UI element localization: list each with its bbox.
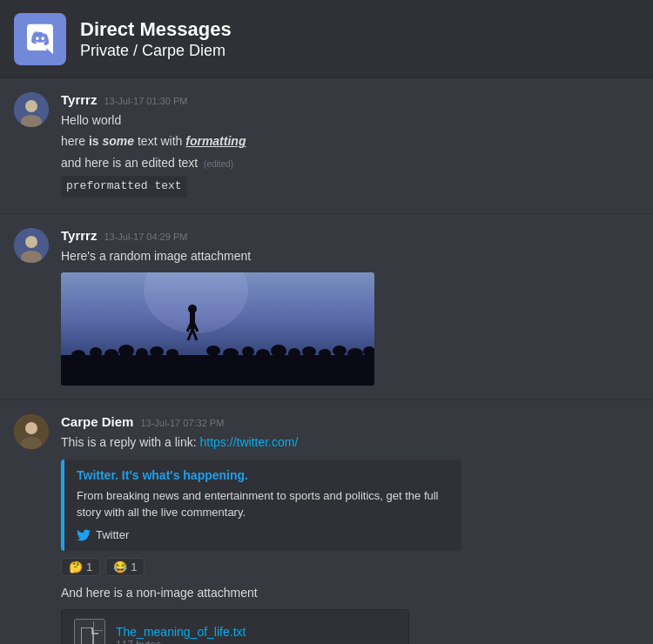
file-attachment: The_meaning_of_life.txt 117 bytes <box>61 609 409 644</box>
reaction-count-1: 1 <box>86 560 92 574</box>
avatar-image <box>14 92 49 127</box>
message-content-1: Tyrrrz 13-Jul-17 01:30 PM Hello world he… <box>61 92 639 199</box>
svg-point-17 <box>104 349 118 359</box>
message-group-1: Tyrrrz 13-Jul-17 01:30 PM Hello world he… <box>0 78 653 214</box>
svg-point-22 <box>206 345 220 356</box>
silhouette-image <box>61 272 374 386</box>
message-header-3: Carpe Diem 13-Jul-17 07:32 PM <box>61 414 639 429</box>
avatar-tyrrrz-1 <box>14 92 49 127</box>
line-reply-link: This is a reply with a link: https://twi… <box>61 433 639 452</box>
timestamp-1: 13-Jul-17 01:30 PM <box>104 96 187 106</box>
svg-rect-14 <box>61 355 374 386</box>
svg-point-21 <box>166 349 178 358</box>
message-header-2: Tyrrrz 13-Jul-17 04:29 PM <box>61 228 639 243</box>
username-2: Tyrrrz <box>61 228 97 243</box>
image-attachment <box>61 272 374 386</box>
header: Direct Messages Private / Carpe Diem <box>0 0 653 78</box>
svg-point-29 <box>319 349 331 358</box>
svg-point-28 <box>302 346 316 357</box>
svg-point-24 <box>242 346 254 357</box>
message-group-3: Carpe Diem 13-Jul-17 07:32 PM This is a … <box>0 400 653 644</box>
embed-title: Twitter. It's what's happening. <box>77 468 449 482</box>
reaction-count-2: 1 <box>131 560 137 574</box>
svg-point-23 <box>223 348 239 359</box>
underline-formatting: formatting <box>185 134 246 148</box>
message-header-1: Tyrrrz 13-Jul-17 01:30 PM <box>61 92 639 107</box>
italic-some: some <box>103 134 135 148</box>
svg-point-34 <box>25 422 37 434</box>
twitter-link[interactable]: https://twitter.com/ <box>200 435 299 449</box>
message-content-2: Tyrrrz 13-Jul-17 04:29 PM Here's a rando… <box>61 228 639 386</box>
svg-point-18 <box>118 345 134 357</box>
svg-point-25 <box>256 349 270 359</box>
svg-point-16 <box>90 347 102 358</box>
svg-point-26 <box>271 345 286 357</box>
twitter-footer-icon <box>77 528 91 542</box>
header-text-block: Direct Messages Private / Carpe Diem <box>80 17 232 61</box>
avatar-image-3 <box>14 414 49 449</box>
reactions-container: 🤔 1 😂 1 <box>61 558 639 576</box>
timestamp-2: 13-Jul-17 04:29 PM <box>104 231 187 242</box>
avatar-image-2 <box>14 228 49 263</box>
embed-description: From breaking news and entertainment to … <box>77 487 449 521</box>
avatar-carpe <box>14 414 49 449</box>
svg-point-31 <box>347 348 363 359</box>
message-group-2: Tyrrrz 13-Jul-17 04:29 PM Here's a rando… <box>0 214 653 400</box>
discord-icon <box>22 21 58 57</box>
message-text-1: Hello world here is some text with forma… <box>61 111 639 198</box>
embed-footer-text: Twitter <box>96 528 129 541</box>
message-text-2: Here's a random image attachment <box>61 246 639 265</box>
attachment-text: And here is a non-image attachment <box>61 583 639 602</box>
message-text-3: This is a reply with a link: https://twi… <box>61 433 639 452</box>
file-icon <box>74 619 105 644</box>
italic-formatting: formatting <box>185 134 246 148</box>
header-title: Direct Messages <box>80 17 232 43</box>
reaction-laugh[interactable]: 😂 1 <box>105 558 145 576</box>
embed-footer: Twitter <box>77 528 449 542</box>
svg-point-20 <box>150 346 164 357</box>
svg-point-27 <box>288 348 300 359</box>
line-image-desc: Here's a random image attachment <box>61 246 639 265</box>
file-icon-svg <box>81 627 98 644</box>
reaction-emoji-2: 😂 <box>113 560 127 574</box>
file-info: The_meaning_of_life.txt 117 bytes <box>116 625 246 644</box>
svg-point-9 <box>188 305 197 313</box>
line-edited: and here is an edited text (edited) <box>61 153 639 172</box>
reaction-thinking[interactable]: 🤔 1 <box>61 558 100 576</box>
edited-tag: (edited) <box>204 159 233 169</box>
preformatted-text: preformatted text <box>61 176 187 198</box>
svg-point-15 <box>71 350 85 360</box>
svg-point-1 <box>25 100 37 112</box>
link-embed: Twitter. It's what's happening. From bre… <box>61 460 461 551</box>
file-name[interactable]: The_meaning_of_life.txt <box>116 625 246 639</box>
bold-with-formatting: formatting <box>185 134 246 148</box>
reaction-emoji-1: 🤔 <box>69 560 83 574</box>
header-subtitle: Private / Carpe Diem <box>80 42 232 60</box>
username-1: Tyrrrz <box>61 92 97 107</box>
line-hello-world: Hello world <box>61 111 639 130</box>
message-content-3: Carpe Diem 13-Jul-17 07:32 PM This is a … <box>61 414 639 644</box>
timestamp-3: 13-Jul-17 07:32 PM <box>140 418 224 428</box>
line-preformatted: preformatted text <box>61 174 639 198</box>
discord-logo <box>14 13 66 65</box>
svg-point-19 <box>136 348 148 359</box>
svg-rect-36 <box>81 627 93 644</box>
svg-point-30 <box>333 345 347 356</box>
bold-is: is some <box>89 134 134 148</box>
username-3: Carpe Diem <box>61 414 133 429</box>
file-size: 117 bytes <box>116 639 246 644</box>
line-formatting: here is some text with formatting <box>61 131 639 151</box>
svg-point-4 <box>25 236 37 248</box>
avatar-tyrrrz-2 <box>14 228 49 263</box>
